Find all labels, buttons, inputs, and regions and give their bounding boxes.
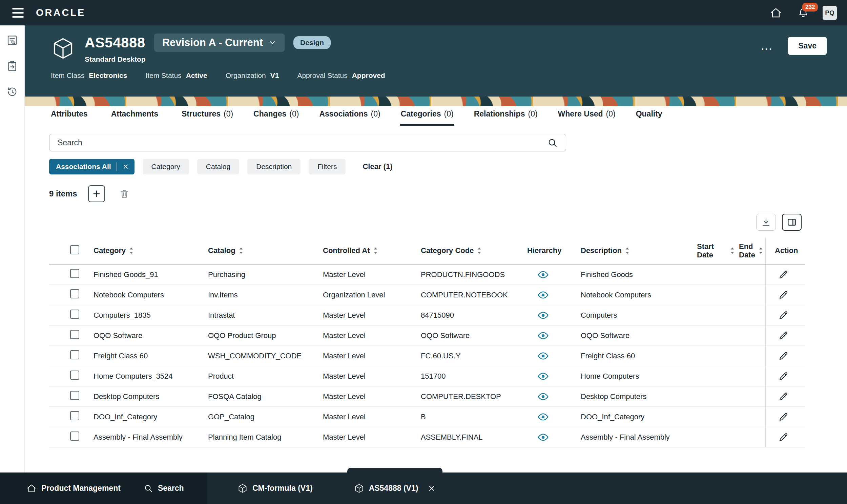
overflow-menu-button[interactable]: …	[759, 40, 775, 52]
delete-row-button[interactable]	[116, 185, 133, 202]
hamburger-menu-icon[interactable]	[10, 6, 26, 20]
user-avatar[interactable]: PQ	[823, 6, 837, 20]
cell-catalog: FOSQA Catalog	[208, 392, 323, 401]
row-select-cell	[49, 310, 93, 321]
cell-category-code: FC.60.US.Y	[421, 352, 527, 360]
search-bar	[49, 134, 566, 151]
add-row-button[interactable]	[88, 185, 105, 202]
row-checkbox[interactable]	[70, 411, 79, 420]
cell-hierarchy	[527, 432, 581, 443]
column-header-catalog: Catalog	[208, 246, 323, 255]
sort-icon[interactable]	[129, 247, 134, 255]
tab-label: Categories	[401, 109, 441, 119]
bottom-tab-cm-formula[interactable]: CM-formula (V1)	[235, 472, 315, 504]
cell-hierarchy	[527, 330, 581, 341]
filter-chip-associations-all[interactable]: Associations All	[49, 159, 134, 175]
row-checkbox[interactable]	[70, 269, 79, 278]
hierarchy-eye-icon[interactable]	[537, 330, 549, 341]
cell-category: Assembly - Final Assembly	[93, 433, 208, 442]
row-checkbox[interactable]	[70, 289, 79, 299]
columns-toggle-button[interactable]	[782, 214, 801, 231]
column-header-category: Category	[93, 246, 208, 255]
bottom-tab-as54888[interactable]: AS54888 (V1)	[352, 472, 438, 504]
edit-icon[interactable]	[778, 432, 789, 443]
sort-icon[interactable]	[238, 247, 244, 255]
sort-icon[interactable]	[625, 247, 630, 255]
hierarchy-eye-icon[interactable]	[537, 391, 549, 402]
sort-icon[interactable]	[373, 247, 378, 255]
hierarchy-eye-icon[interactable]	[537, 350, 549, 362]
cell-action	[765, 346, 805, 366]
hierarchy-eye-icon[interactable]	[537, 289, 549, 301]
hierarchy-eye-icon[interactable]	[537, 432, 549, 443]
download-button[interactable]	[756, 214, 776, 231]
filter-chip-filters[interactable]: Filters	[309, 159, 346, 175]
tab-close-icon[interactable]	[428, 484, 436, 492]
sort-icon[interactable]	[730, 247, 735, 255]
select-all-checkbox[interactable]	[70, 245, 79, 254]
column-header-action: Action	[765, 237, 805, 264]
edit-icon[interactable]	[778, 290, 789, 301]
column-header-label: Category Code	[421, 246, 474, 255]
notifications-bell-icon[interactable]: 232	[795, 7, 811, 19]
row-checkbox[interactable]	[70, 371, 79, 380]
bottom-search-button[interactable]: Search	[142, 483, 186, 493]
sort-icon[interactable]	[477, 247, 482, 255]
search-icon[interactable]	[545, 137, 560, 149]
cell-category-code: PRODUCTN.FINGOODS	[421, 270, 527, 279]
item-subtitle: Standard Desktop	[85, 55, 331, 63]
cell-category: DOO_Inf_Category	[93, 413, 208, 421]
row-checkbox[interactable]	[70, 391, 79, 400]
clear-filters-button[interactable]: Clear (1)	[360, 162, 394, 172]
cell-hierarchy	[527, 269, 581, 281]
filter-chip-catalog[interactable]: Catalog	[197, 159, 239, 175]
column-header-label: Category	[93, 246, 126, 255]
row-checkbox[interactable]	[70, 350, 79, 359]
tab-associations[interactable]: Associations (0)	[319, 109, 381, 126]
tab-categories[interactable]: Categories (0)	[400, 109, 454, 126]
column-header-label: Controlled At	[323, 246, 370, 255]
save-button[interactable]: Save	[788, 37, 827, 55]
home-icon[interactable]	[768, 6, 784, 19]
sort-icon[interactable]	[758, 247, 763, 255]
hierarchy-eye-icon[interactable]	[537, 269, 549, 281]
tab-relationships[interactable]: Relationships (0)	[473, 109, 538, 126]
column-header-label: Description	[581, 246, 622, 255]
tab-attachments[interactable]: Attachments	[110, 109, 162, 126]
bottom-search-label: Search	[158, 484, 184, 493]
cell-hierarchy	[527, 289, 581, 301]
filter-chip-description[interactable]: Description	[247, 159, 301, 175]
edit-icon[interactable]	[778, 330, 789, 341]
table-body: Finished Goods_91 Purchasing Master Leve…	[49, 265, 805, 447]
item-report-icon[interactable]	[6, 34, 18, 47]
hierarchy-eye-icon[interactable]	[537, 411, 549, 423]
edit-icon[interactable]	[778, 412, 789, 422]
tab-attributes[interactable]: Attributes	[50, 109, 91, 126]
history-icon[interactable]	[6, 86, 18, 98]
revision-selector[interactable]: Revision A - Current	[154, 34, 285, 52]
tab-count: (0)	[289, 109, 299, 119]
tab-structures[interactable]: Structures (0)	[181, 109, 234, 126]
oracle-logo: ORACLE	[36, 7, 85, 18]
chip-close-icon[interactable]	[122, 163, 129, 170]
row-checkbox[interactable]	[70, 432, 79, 441]
row-checkbox[interactable]	[70, 310, 79, 319]
content-area: Attributes Attachments Structures (0) Ch…	[25, 106, 847, 472]
edit-icon[interactable]	[778, 310, 789, 321]
row-checkbox[interactable]	[70, 330, 79, 339]
bottom-home-button[interactable]: Product Management	[24, 483, 123, 494]
notification-badge: 232	[802, 3, 818, 12]
cell-action	[765, 386, 805, 407]
clipboard-icon[interactable]	[6, 60, 18, 72]
search-input[interactable]	[49, 134, 566, 151]
filter-chip-category[interactable]: Category	[143, 159, 189, 175]
edit-icon[interactable]	[778, 391, 789, 402]
hierarchy-eye-icon[interactable]	[537, 310, 549, 321]
edit-icon[interactable]	[778, 269, 789, 280]
edit-icon[interactable]	[778, 350, 789, 361]
edit-icon[interactable]	[778, 371, 789, 382]
hierarchy-eye-icon[interactable]	[537, 371, 549, 382]
tab-changes[interactable]: Changes (0)	[253, 109, 300, 126]
tab-where-used[interactable]: Where Used (0)	[557, 109, 616, 126]
tab-quality[interactable]: Quality	[635, 109, 666, 126]
